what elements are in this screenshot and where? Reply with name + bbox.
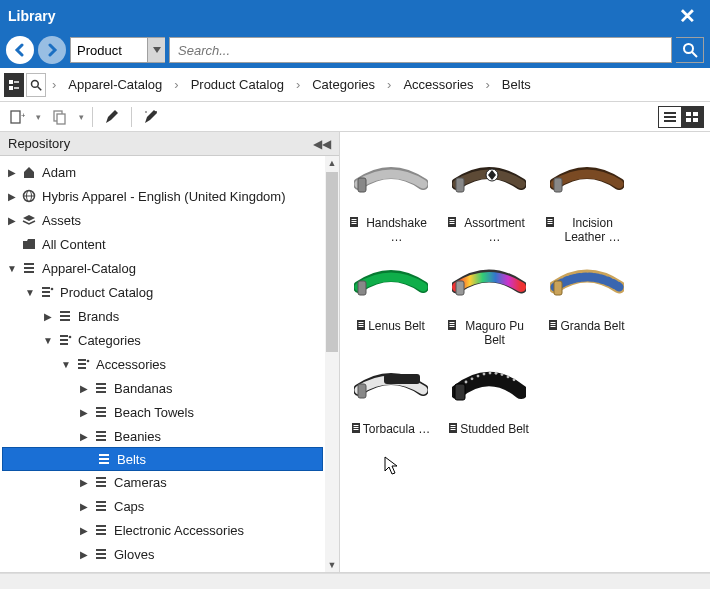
svg-rect-18 bbox=[693, 112, 698, 116]
search-field-wrap bbox=[169, 37, 672, 63]
product-thumbnail bbox=[354, 255, 428, 311]
product-label: Assortment… bbox=[459, 216, 530, 245]
repository-tree-panel: Repository ◀◀ ▶Adam▶Hybris Apparel - Eng… bbox=[0, 132, 340, 572]
breadcrumb-1[interactable]: Product Catalog bbox=[185, 75, 290, 94]
svg-rect-40 bbox=[78, 367, 86, 369]
svg-rect-87 bbox=[359, 322, 364, 323]
copy-button[interactable] bbox=[49, 106, 71, 128]
product-card[interactable]: Torbacula … bbox=[350, 358, 432, 436]
close-icon[interactable]: ✕ bbox=[673, 4, 702, 28]
product-label: Maguro Pu Belt bbox=[459, 319, 530, 348]
twisty-collapsed-icon[interactable]: ▶ bbox=[78, 431, 90, 442]
tree-row[interactable]: ▶Cameras bbox=[0, 470, 325, 494]
svg-point-37 bbox=[69, 336, 72, 339]
window-title: Library bbox=[8, 8, 673, 24]
breadcrumb-2[interactable]: Categories bbox=[306, 75, 381, 94]
svg-rect-93 bbox=[450, 324, 455, 325]
magic-edit-button[interactable] bbox=[140, 106, 162, 128]
tree-row[interactable]: ▶Electronic Accessories bbox=[0, 518, 325, 542]
grid-view-button[interactable] bbox=[681, 107, 703, 127]
tree-row[interactable]: ▶Caps bbox=[0, 494, 325, 518]
tree-row[interactable]: Belts bbox=[2, 447, 323, 471]
titlebar: Library ✕ bbox=[0, 0, 710, 32]
tree-toggle-button[interactable] bbox=[4, 73, 24, 97]
svg-line-7 bbox=[38, 86, 42, 90]
path-search-button[interactable] bbox=[26, 73, 46, 97]
tree-node-label: All Content bbox=[42, 237, 106, 252]
tree-row[interactable]: ▶Beach Towels bbox=[0, 400, 325, 424]
twisty-collapsed-icon[interactable]: ▶ bbox=[42, 311, 54, 322]
twisty-collapsed-icon[interactable]: ▶ bbox=[78, 383, 90, 394]
twisty-collapsed-icon[interactable]: ▶ bbox=[6, 191, 18, 202]
twisty-collapsed-icon[interactable]: ▶ bbox=[78, 501, 90, 512]
tree-row[interactable]: ▼Accessories bbox=[0, 352, 325, 376]
tree-row[interactable]: ▼Product Catalog bbox=[0, 280, 325, 304]
search-input[interactable] bbox=[170, 43, 671, 58]
twisty-expanded-icon[interactable]: ▼ bbox=[6, 263, 18, 274]
navbar: Product bbox=[0, 32, 710, 68]
twisty-collapsed-icon[interactable]: ▶ bbox=[78, 549, 90, 560]
svg-line-1 bbox=[692, 52, 697, 57]
tree-node-label: Accessories bbox=[96, 357, 166, 372]
svg-rect-77 bbox=[450, 219, 455, 220]
breadcrumb-4[interactable]: Belts bbox=[496, 75, 537, 94]
svg-rect-73 bbox=[352, 223, 357, 224]
product-card[interactable]: Assortment… bbox=[448, 152, 530, 245]
svg-rect-71 bbox=[352, 219, 357, 220]
tree-row[interactable]: ▶Brands bbox=[0, 304, 325, 328]
tree-scrollbar[interactable]: ▲ ▼ bbox=[325, 156, 339, 572]
chevron-right-icon: › bbox=[383, 77, 395, 92]
breadcrumb-3[interactable]: Accessories bbox=[397, 75, 479, 94]
arrow-right-icon bbox=[45, 43, 59, 57]
breadcrumb-0[interactable]: Apparel-Catalog bbox=[62, 75, 168, 94]
list-dot-icon bbox=[38, 285, 56, 299]
twisty-expanded-icon[interactable]: ▼ bbox=[60, 359, 72, 370]
twisty-collapsed-icon[interactable]: ▶ bbox=[78, 525, 90, 536]
tree-row[interactable]: ▶Beanies bbox=[0, 424, 325, 448]
search-button[interactable] bbox=[676, 37, 704, 63]
collapse-panel-icon[interactable]: ◀◀ bbox=[313, 137, 331, 151]
twisty-expanded-icon[interactable]: ▼ bbox=[24, 287, 36, 298]
twisty-collapsed-icon[interactable]: ▶ bbox=[6, 167, 18, 178]
lines-icon bbox=[95, 452, 113, 466]
scroll-down-icon[interactable]: ▼ bbox=[328, 558, 337, 572]
svg-rect-36 bbox=[60, 343, 68, 345]
chevron-down-icon[interactable]: ▾ bbox=[36, 112, 41, 122]
tree-row[interactable]: ▼Apparel-Catalog bbox=[0, 256, 325, 280]
product-card[interactable]: Granda Belt bbox=[546, 255, 628, 348]
tree-row[interactable]: ▶Adam bbox=[0, 160, 325, 184]
new-item-button[interactable]: + bbox=[6, 106, 28, 128]
chevron-right-icon: › bbox=[292, 77, 304, 92]
chevron-down-icon[interactable]: ▾ bbox=[79, 112, 84, 122]
edit-button[interactable] bbox=[101, 106, 123, 128]
product-card[interactable]: Incision Leather … bbox=[546, 152, 628, 245]
tree-node-label: Caps bbox=[114, 499, 144, 514]
svg-rect-20 bbox=[693, 118, 698, 122]
product-card[interactable]: Studded Belt bbox=[448, 358, 530, 436]
tree-list: ▶Adam▶Hybris Apparel - English (United K… bbox=[0, 156, 325, 572]
svg-rect-28 bbox=[42, 291, 50, 293]
twisty-collapsed-icon[interactable]: ▶ bbox=[6, 215, 18, 226]
tree-row[interactable]: ▶Headphones bbox=[0, 566, 325, 572]
tree-row[interactable]: ▶Assets bbox=[0, 208, 325, 232]
twisty-expanded-icon[interactable]: ▼ bbox=[42, 335, 54, 346]
product-card[interactable]: Handshake… bbox=[350, 152, 432, 245]
tree-row[interactable]: ▶Bandanas bbox=[0, 376, 325, 400]
forward-button[interactable] bbox=[38, 36, 66, 64]
twisty-collapsed-icon[interactable]: ▶ bbox=[78, 407, 90, 418]
tree-body: ▶Adam▶Hybris Apparel - English (United K… bbox=[0, 156, 339, 572]
tree-row[interactable]: ▶Gloves bbox=[0, 542, 325, 566]
grid-panel: Handshake…Assortment…Incision Leather …L… bbox=[340, 132, 710, 572]
type-select[interactable]: Product bbox=[70, 37, 165, 63]
tree-row[interactable]: All Content bbox=[0, 232, 325, 256]
product-card[interactable]: Lenus Belt bbox=[350, 255, 432, 348]
tree-node-label: Brands bbox=[78, 309, 119, 324]
twisty-collapsed-icon[interactable]: ▶ bbox=[78, 477, 90, 488]
tree-row[interactable]: ▶Hybris Apparel - English (United Kingdo… bbox=[0, 184, 325, 208]
product-card[interactable]: Maguro Pu Belt bbox=[448, 255, 530, 348]
scroll-thumb[interactable] bbox=[326, 172, 338, 352]
tree-row[interactable]: ▼Categories bbox=[0, 328, 325, 352]
list-view-button[interactable] bbox=[659, 107, 681, 127]
scroll-up-icon[interactable]: ▲ bbox=[328, 156, 337, 170]
back-button[interactable] bbox=[6, 36, 34, 64]
